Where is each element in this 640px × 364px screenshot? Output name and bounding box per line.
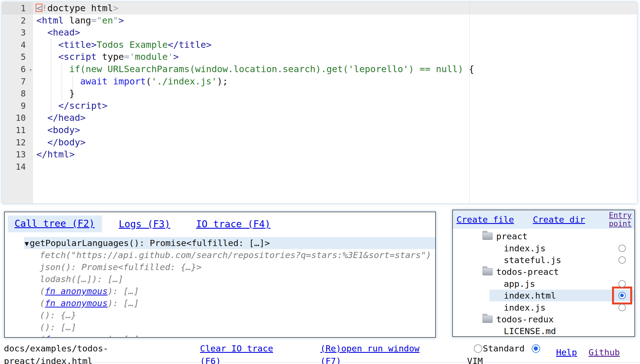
code-line[interactable]: </head> xyxy=(33,112,637,124)
entry-point-radio[interactable] xyxy=(618,304,626,311)
tab-call-tree-link[interactable]: Call tree (F2) xyxy=(15,218,95,229)
file-tree-file-row[interactable]: index.js xyxy=(453,301,634,313)
code-token: ! xyxy=(42,3,48,13)
code-line[interactable]: <body> xyxy=(33,124,637,136)
code-line[interactable]: </script> xyxy=(33,100,637,112)
code-line[interactable]: await import('./index.js'); xyxy=(33,75,637,88)
code-line[interactable]: <html lang="en"> xyxy=(33,15,637,27)
fn-anonymous-link[interactable]: fn anonymous xyxy=(45,334,108,338)
code-token: './index.js' xyxy=(151,76,217,87)
file-name[interactable]: LICENSE.md xyxy=(504,326,556,336)
file-tree-dir-row[interactable]: todos-preact xyxy=(453,266,634,278)
code-line[interactable]: <!doctype html> xyxy=(33,2,637,15)
create-file-button[interactable]: Create file xyxy=(457,214,514,224)
call-tree-fn-row[interactable]: (fn anonymous): […] xyxy=(5,297,435,309)
line-number: 11 xyxy=(2,124,33,136)
call-tree-io-row[interactable]: (): {…} xyxy=(5,309,435,321)
collapse-arrow-icon[interactable]: ▼ xyxy=(25,240,29,248)
code-token: <body> xyxy=(47,125,80,135)
code-line[interactable]: if(new URLSearchParams(window.location.s… xyxy=(33,63,637,75)
code-token: </body> xyxy=(47,137,86,148)
call-tree-panel: Call tree (F2) Logs (F3) IO trace (F4) ▼… xyxy=(4,212,436,338)
dir-name[interactable]: preact xyxy=(496,231,528,241)
code-token xyxy=(36,137,47,148)
code-editor[interactable]: 123456▾7891011121314 <!doctype html><htm… xyxy=(2,2,637,203)
entry-point-radio[interactable] xyxy=(618,280,626,287)
entry-point-line1: Entry xyxy=(609,211,632,219)
call-tree-io-row[interactable]: lodash([…]): […] xyxy=(5,273,435,285)
code-line[interactable] xyxy=(33,161,637,173)
file-tree-file-row[interactable]: stateful.js xyxy=(453,254,634,266)
code-line[interactable]: </html> xyxy=(33,148,637,161)
code-line[interactable]: <head> xyxy=(33,27,637,39)
code-lines[interactable]: <!doctype html><html lang="en"> <head> <… xyxy=(33,2,637,173)
code-line[interactable]: </body> xyxy=(33,136,637,149)
vim-keybinding-label: VIM xyxy=(467,355,550,364)
files-panel: Create file Create dir Entrypoint preact… xyxy=(452,210,635,337)
fold-marker-icon[interactable]: ▾ xyxy=(29,64,32,76)
entry-point-radio-cell xyxy=(614,245,630,252)
file-tree-dir-row[interactable]: preact xyxy=(453,230,634,242)
editor-code-area[interactable]: <!doctype html><html lang="en"> <head> <… xyxy=(33,2,637,203)
file-tree-dir-row[interactable]: todos-redux xyxy=(453,313,634,325)
call-tree-fn-row[interactable]: (fn anonymous): […] xyxy=(5,285,435,297)
file-tree-file-row[interactable]: app.js xyxy=(453,278,634,290)
code-token: " xyxy=(97,15,102,26)
file-name[interactable]: stateful.js xyxy=(504,255,561,265)
reopen-run-window-button[interactable]: (Re)open run window(F7) xyxy=(320,342,420,364)
code-token: doctype html xyxy=(47,3,113,13)
code-token xyxy=(36,51,58,62)
dir-name[interactable]: todos-redux xyxy=(496,314,554,324)
call-tree-selected-node[interactable]: ▼getPopularLanguages(): Promise<fulfille… xyxy=(5,237,435,249)
code-token: = xyxy=(91,15,97,26)
dir-name[interactable]: todos-preact xyxy=(496,267,559,277)
line-number: 10 xyxy=(2,112,33,124)
entry-point-radio[interactable] xyxy=(618,292,626,299)
current-file-path: docs/examples/todos-preact/index.html xyxy=(4,342,108,364)
file-name[interactable]: index.js xyxy=(504,243,545,253)
code-token: </html> xyxy=(36,149,75,160)
entry-point-line2: point xyxy=(609,219,632,228)
help-link[interactable]: Help xyxy=(556,346,577,359)
current-file-path-line1: docs/examples/todos- xyxy=(4,343,108,353)
entry-point-radio[interactable] xyxy=(618,245,626,252)
call-tree-io-row[interactable]: (): […] xyxy=(5,321,435,333)
github-link[interactable]: Github xyxy=(589,346,620,359)
code-token: type xyxy=(97,51,124,62)
code-token: </head> xyxy=(47,112,86,123)
file-name[interactable]: index.js xyxy=(504,302,545,313)
fn-anonymous-link[interactable]: fn anonymous xyxy=(45,298,108,308)
standard-keybinding-radio[interactable] xyxy=(474,344,482,353)
call-tree-fn-row[interactable]: (fn anonymous): […] xyxy=(5,333,435,338)
file-tree-file-row[interactable]: LICENSE.md xyxy=(453,325,634,337)
call-tree-io-row[interactable]: fetch("https://api.github.com/search/rep… xyxy=(5,249,435,261)
editor-gutter: 123456▾7891011121314 xyxy=(2,2,33,203)
vim-keybinding-radio[interactable] xyxy=(532,344,540,353)
line-number: 9 xyxy=(2,100,33,112)
clear-io-trace-line2: (F6) xyxy=(200,356,221,364)
file-name[interactable]: index.html xyxy=(504,290,556,301)
file-name[interactable]: app.js xyxy=(504,279,535,289)
code-token: > xyxy=(113,3,119,13)
file-tree: preactindex.jsstateful.jstodos-preactapp… xyxy=(453,230,634,337)
code-token: lang xyxy=(64,15,91,26)
code-line[interactable]: <script type='module'> xyxy=(33,51,637,63)
clear-io-trace-button[interactable]: Clear IO trace(F6) xyxy=(200,342,273,364)
tab-call-tree[interactable]: Call tree (F2) xyxy=(8,216,102,232)
line-number: 13 xyxy=(2,148,33,161)
call-tree-io-row[interactable]: json(): Promise<fulfilled: {…}> xyxy=(5,261,435,273)
code-line[interactable]: <title>Todos Example</title> xyxy=(33,39,637,51)
code-line[interactable]: } xyxy=(33,88,637,100)
create-dir-button[interactable]: Create dir xyxy=(533,214,585,224)
code-token: ( xyxy=(146,76,151,87)
entry-point-radio[interactable] xyxy=(618,256,626,264)
fn-anonymous-link[interactable]: fn anonymous xyxy=(45,286,108,296)
file-tree-file-row[interactable]: index.html xyxy=(453,290,634,301)
tab-logs[interactable]: Logs (F3) xyxy=(119,218,170,230)
code-token: en xyxy=(102,15,113,26)
code-token: <html xyxy=(36,15,64,26)
code-token: <head> xyxy=(47,27,80,38)
status-bar: docs/examples/todos-preact/index.html Cl… xyxy=(0,342,640,364)
tab-io-trace[interactable]: IO trace (F4) xyxy=(196,218,270,230)
file-tree-file-row[interactable]: index.js xyxy=(453,242,634,254)
